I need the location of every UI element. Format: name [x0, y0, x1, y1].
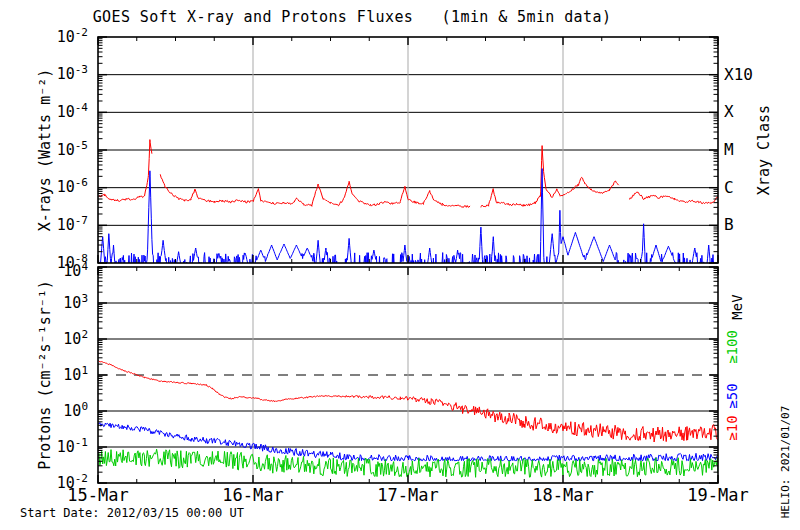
- xray-class-axis-label: Xray Class: [755, 105, 773, 195]
- y-tick-label: 101: [63, 364, 88, 384]
- x-tick-label: 16-Mar: [222, 485, 283, 505]
- y-tick-label: 102: [63, 328, 88, 348]
- y-tick-label: 10-3: [57, 63, 88, 83]
- y-tick-label: 10-6: [57, 176, 88, 196]
- xray-class-tick-label: X10: [724, 65, 753, 84]
- y-tick-label: 104: [63, 260, 88, 280]
- xray-class-tick-label: X: [724, 102, 734, 121]
- goes-flux-chart: 10-210-310-410-510-610-710-8X10XMCB10410…: [0, 0, 800, 530]
- xray-class-tick-label: C: [724, 178, 734, 197]
- proton-units-label: MeV: [729, 294, 745, 319]
- proton-threshold-label: ≥50: [724, 383, 740, 408]
- y-tick-label: 10-4: [57, 101, 89, 121]
- chart-title: GOES Soft X-ray and Protons Fluxes (1min…: [93, 8, 612, 26]
- y-tick-label: 10-1: [57, 436, 88, 456]
- plot-canvas: 10-210-310-410-510-610-710-8X10XMCB10410…: [0, 0, 800, 530]
- y-tick-label: 10-5: [57, 139, 88, 159]
- y-tick-label: 10-7: [57, 214, 88, 234]
- start-date-label: Start Date: 2012/03/15 00:00 UT: [20, 506, 244, 520]
- x-tick-label: 15-Mar: [67, 485, 128, 505]
- xray-class-tick-label: B: [724, 215, 734, 234]
- proton-y-axis-label: Protons (cm⁻²s⁻¹sr⁻¹): [36, 280, 54, 470]
- x-tick-label: 19-Mar: [687, 485, 748, 505]
- y-tick-label: 10-2: [57, 26, 88, 46]
- y-tick-label: 100: [63, 400, 88, 420]
- xray-y-axis-label: X-rays (Watts m⁻²): [36, 69, 54, 232]
- y-tick-label: 103: [63, 292, 88, 312]
- proton-threshold-label: ≥100: [724, 330, 740, 364]
- credit-label: HELIO: 2021/01/07: [779, 406, 792, 519]
- proton-threshold-label: ≥10: [724, 415, 740, 440]
- xray-class-tick-label: M: [724, 140, 734, 159]
- x-tick-label: 17-Mar: [377, 485, 438, 505]
- x-tick-label: 18-Mar: [532, 485, 593, 505]
